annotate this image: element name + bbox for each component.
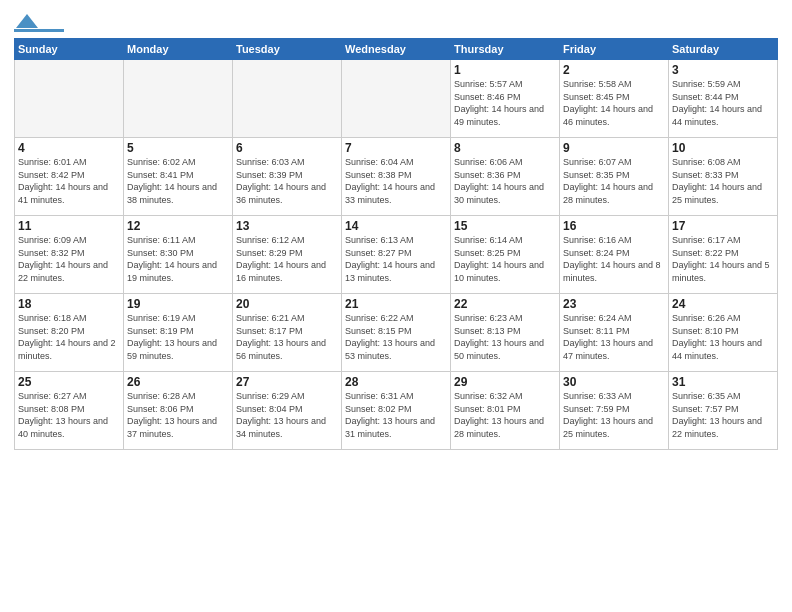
day-number: 8 xyxy=(454,141,556,155)
calendar-cell: 20Sunrise: 6:21 AM Sunset: 8:17 PM Dayli… xyxy=(233,294,342,372)
calendar-cell: 4Sunrise: 6:01 AM Sunset: 8:42 PM Daylig… xyxy=(15,138,124,216)
calendar-cell: 7Sunrise: 6:04 AM Sunset: 8:38 PM Daylig… xyxy=(342,138,451,216)
day-number: 31 xyxy=(672,375,774,389)
day-info: Sunrise: 6:03 AM Sunset: 8:39 PM Dayligh… xyxy=(236,156,338,206)
calendar-cell: 27Sunrise: 6:29 AM Sunset: 8:04 PM Dayli… xyxy=(233,372,342,450)
day-info: Sunrise: 6:31 AM Sunset: 8:02 PM Dayligh… xyxy=(345,390,447,440)
day-number: 24 xyxy=(672,297,774,311)
calendar-cell xyxy=(15,60,124,138)
day-info: Sunrise: 6:35 AM Sunset: 7:57 PM Dayligh… xyxy=(672,390,774,440)
calendar-cell: 5Sunrise: 6:02 AM Sunset: 8:41 PM Daylig… xyxy=(124,138,233,216)
calendar-cell: 17Sunrise: 6:17 AM Sunset: 8:22 PM Dayli… xyxy=(669,216,778,294)
day-info: Sunrise: 6:21 AM Sunset: 8:17 PM Dayligh… xyxy=(236,312,338,362)
day-header-wednesday: Wednesday xyxy=(342,39,451,60)
day-info: Sunrise: 6:18 AM Sunset: 8:20 PM Dayligh… xyxy=(18,312,120,362)
day-number: 14 xyxy=(345,219,447,233)
day-header-sunday: Sunday xyxy=(15,39,124,60)
day-number: 22 xyxy=(454,297,556,311)
day-number: 6 xyxy=(236,141,338,155)
logo-underline xyxy=(14,29,64,32)
header xyxy=(14,10,778,32)
day-info: Sunrise: 6:26 AM Sunset: 8:10 PM Dayligh… xyxy=(672,312,774,362)
day-info: Sunrise: 6:06 AM Sunset: 8:36 PM Dayligh… xyxy=(454,156,556,206)
calendar-cell: 22Sunrise: 6:23 AM Sunset: 8:13 PM Dayli… xyxy=(451,294,560,372)
day-info: Sunrise: 6:11 AM Sunset: 8:30 PM Dayligh… xyxy=(127,234,229,284)
day-number: 21 xyxy=(345,297,447,311)
day-info: Sunrise: 6:29 AM Sunset: 8:04 PM Dayligh… xyxy=(236,390,338,440)
calendar-cell: 16Sunrise: 6:16 AM Sunset: 8:24 PM Dayli… xyxy=(560,216,669,294)
logo xyxy=(14,14,64,32)
calendar-cell: 26Sunrise: 6:28 AM Sunset: 8:06 PM Dayli… xyxy=(124,372,233,450)
day-header-monday: Monday xyxy=(124,39,233,60)
day-number: 3 xyxy=(672,63,774,77)
calendar-cell: 21Sunrise: 6:22 AM Sunset: 8:15 PM Dayli… xyxy=(342,294,451,372)
day-header-saturday: Saturday xyxy=(669,39,778,60)
day-number: 16 xyxy=(563,219,665,233)
calendar-table: SundayMondayTuesdayWednesdayThursdayFrid… xyxy=(14,38,778,450)
day-info: Sunrise: 6:04 AM Sunset: 8:38 PM Dayligh… xyxy=(345,156,447,206)
day-info: Sunrise: 6:09 AM Sunset: 8:32 PM Dayligh… xyxy=(18,234,120,284)
day-info: Sunrise: 6:02 AM Sunset: 8:41 PM Dayligh… xyxy=(127,156,229,206)
day-number: 17 xyxy=(672,219,774,233)
calendar-cell: 30Sunrise: 6:33 AM Sunset: 7:59 PM Dayli… xyxy=(560,372,669,450)
day-number: 4 xyxy=(18,141,120,155)
day-info: Sunrise: 6:12 AM Sunset: 8:29 PM Dayligh… xyxy=(236,234,338,284)
day-info: Sunrise: 6:23 AM Sunset: 8:13 PM Dayligh… xyxy=(454,312,556,362)
calendar-cell: 23Sunrise: 6:24 AM Sunset: 8:11 PM Dayli… xyxy=(560,294,669,372)
day-number: 28 xyxy=(345,375,447,389)
calendar-cell: 6Sunrise: 6:03 AM Sunset: 8:39 PM Daylig… xyxy=(233,138,342,216)
day-info: Sunrise: 6:14 AM Sunset: 8:25 PM Dayligh… xyxy=(454,234,556,284)
week-row-5: 25Sunrise: 6:27 AM Sunset: 8:08 PM Dayli… xyxy=(15,372,778,450)
calendar-cell: 25Sunrise: 6:27 AM Sunset: 8:08 PM Dayli… xyxy=(15,372,124,450)
day-header-friday: Friday xyxy=(560,39,669,60)
day-info: Sunrise: 6:08 AM Sunset: 8:33 PM Dayligh… xyxy=(672,156,774,206)
calendar-cell: 18Sunrise: 6:18 AM Sunset: 8:20 PM Dayli… xyxy=(15,294,124,372)
day-number: 29 xyxy=(454,375,556,389)
calendar-cell: 13Sunrise: 6:12 AM Sunset: 8:29 PM Dayli… xyxy=(233,216,342,294)
day-number: 1 xyxy=(454,63,556,77)
day-number: 18 xyxy=(18,297,120,311)
calendar-cell: 3Sunrise: 5:59 AM Sunset: 8:44 PM Daylig… xyxy=(669,60,778,138)
day-header-tuesday: Tuesday xyxy=(233,39,342,60)
calendar-cell xyxy=(233,60,342,138)
day-number: 27 xyxy=(236,375,338,389)
day-number: 15 xyxy=(454,219,556,233)
day-number: 7 xyxy=(345,141,447,155)
day-info: Sunrise: 6:16 AM Sunset: 8:24 PM Dayligh… xyxy=(563,234,665,284)
day-info: Sunrise: 6:33 AM Sunset: 7:59 PM Dayligh… xyxy=(563,390,665,440)
day-number: 26 xyxy=(127,375,229,389)
day-number: 23 xyxy=(563,297,665,311)
header-row: SundayMondayTuesdayWednesdayThursdayFrid… xyxy=(15,39,778,60)
calendar-cell: 14Sunrise: 6:13 AM Sunset: 8:27 PM Dayli… xyxy=(342,216,451,294)
logo-icon xyxy=(16,14,38,28)
week-row-3: 11Sunrise: 6:09 AM Sunset: 8:32 PM Dayli… xyxy=(15,216,778,294)
day-number: 19 xyxy=(127,297,229,311)
day-info: Sunrise: 5:58 AM Sunset: 8:45 PM Dayligh… xyxy=(563,78,665,128)
day-number: 13 xyxy=(236,219,338,233)
calendar-cell: 24Sunrise: 6:26 AM Sunset: 8:10 PM Dayli… xyxy=(669,294,778,372)
day-info: Sunrise: 6:28 AM Sunset: 8:06 PM Dayligh… xyxy=(127,390,229,440)
day-info: Sunrise: 5:57 AM Sunset: 8:46 PM Dayligh… xyxy=(454,78,556,128)
day-number: 10 xyxy=(672,141,774,155)
calendar-cell: 1Sunrise: 5:57 AM Sunset: 8:46 PM Daylig… xyxy=(451,60,560,138)
calendar-cell: 29Sunrise: 6:32 AM Sunset: 8:01 PM Dayli… xyxy=(451,372,560,450)
calendar-cell: 11Sunrise: 6:09 AM Sunset: 8:32 PM Dayli… xyxy=(15,216,124,294)
day-info: Sunrise: 6:01 AM Sunset: 8:42 PM Dayligh… xyxy=(18,156,120,206)
day-number: 2 xyxy=(563,63,665,77)
week-row-4: 18Sunrise: 6:18 AM Sunset: 8:20 PM Dayli… xyxy=(15,294,778,372)
week-row-2: 4Sunrise: 6:01 AM Sunset: 8:42 PM Daylig… xyxy=(15,138,778,216)
calendar-cell xyxy=(342,60,451,138)
day-info: Sunrise: 6:27 AM Sunset: 8:08 PM Dayligh… xyxy=(18,390,120,440)
calendar-cell: 10Sunrise: 6:08 AM Sunset: 8:33 PM Dayli… xyxy=(669,138,778,216)
calendar-cell: 31Sunrise: 6:35 AM Sunset: 7:57 PM Dayli… xyxy=(669,372,778,450)
calendar-cell: 2Sunrise: 5:58 AM Sunset: 8:45 PM Daylig… xyxy=(560,60,669,138)
day-number: 12 xyxy=(127,219,229,233)
day-info: Sunrise: 6:32 AM Sunset: 8:01 PM Dayligh… xyxy=(454,390,556,440)
calendar-cell: 8Sunrise: 6:06 AM Sunset: 8:36 PM Daylig… xyxy=(451,138,560,216)
calendar-cell: 9Sunrise: 6:07 AM Sunset: 8:35 PM Daylig… xyxy=(560,138,669,216)
day-info: Sunrise: 6:17 AM Sunset: 8:22 PM Dayligh… xyxy=(672,234,774,284)
day-number: 20 xyxy=(236,297,338,311)
day-number: 25 xyxy=(18,375,120,389)
calendar-cell: 28Sunrise: 6:31 AM Sunset: 8:02 PM Dayli… xyxy=(342,372,451,450)
day-info: Sunrise: 6:07 AM Sunset: 8:35 PM Dayligh… xyxy=(563,156,665,206)
